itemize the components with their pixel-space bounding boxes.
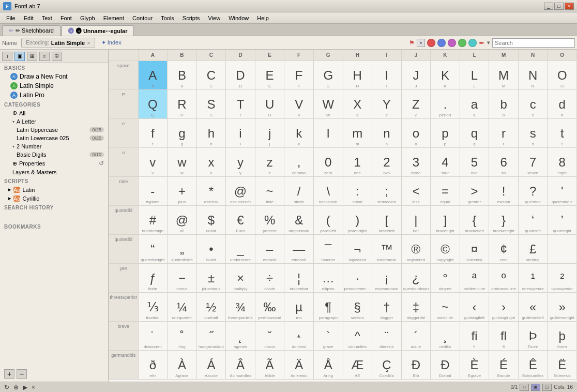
glyph-cell-l[interactable]: ll (314, 119, 343, 148)
glyph-cell-dotlessi[interactable]: ˔dotlessi (284, 322, 314, 351)
glyph-cell-hungarumlaut[interactable]: ˝hungarumlaut (197, 322, 226, 351)
glyph-cell-one[interactable]: 1one (343, 148, 373, 177)
glyph-cell-bullet[interactable]: •bullet (197, 235, 226, 264)
glyph-cell-macron[interactable]: ¯macron (314, 235, 343, 264)
glyph-cell-quotedblleft[interactable]: „quotedblleft (168, 235, 197, 264)
glyph-cell-braceleft[interactable]: [braceleft (372, 206, 402, 235)
info-button[interactable]: i (2, 52, 12, 61)
glyph-cell-divide[interactable]: ÷divide (255, 264, 285, 293)
glyph-cell-currency[interactable]: ¤currency (460, 235, 490, 264)
glyph-cell-grave[interactable]: `grave (314, 322, 343, 351)
glyph-cell-comma[interactable]: ,comma (284, 148, 314, 177)
glyph-cell-bar[interactable]: |bar (402, 206, 431, 235)
menu-item-font[interactable]: Font (56, 14, 76, 22)
glyph-cell-guilsinglright[interactable]: ›guilsinglright (489, 293, 519, 322)
glyph-cell-bracketright[interactable]: }bracketright (489, 206, 519, 235)
glyph-cell-sterling[interactable]: £sterling (519, 235, 548, 264)
glyph-cell-endash[interactable]: –endash (255, 235, 285, 264)
glyph-cell-Euro[interactable]: €Euro (226, 206, 255, 235)
glyph-cell-ogonek[interactable]: ˛ogonek (226, 322, 255, 351)
encoding-close-icon[interactable]: × (87, 40, 90, 46)
glyph-cell-M[interactable]: MM (489, 61, 519, 90)
glyph-cell-Q[interactable]: QQ (139, 90, 168, 119)
glyph-cell-plus[interactable]: +plus (168, 177, 197, 206)
glyph-cell-dieresis[interactable]: ¨dieresis (372, 322, 402, 351)
maximize-button[interactable]: □ (554, 3, 564, 10)
glyph-cell-j[interactable]: jj (255, 119, 285, 148)
glyph-cell-emdash[interactable]: —emdash (284, 235, 314, 264)
glyph-cell-underscore[interactable]: _underscore (226, 235, 255, 264)
glyph-cell-Edieresis[interactable]: ËEdieresis (548, 351, 577, 380)
flag-remove-button[interactable]: × (417, 39, 425, 47)
sidebar-item-latin-simple[interactable]: A Latin Simple (0, 81, 108, 91)
glyph-cell-Acircumflex[interactable]: ÂAcircumflex (226, 351, 255, 380)
glyph-cell-Aring[interactable]: ÅAring (314, 351, 343, 380)
menu-item-element[interactable]: Element (99, 14, 128, 22)
glyph-cell-eight[interactable]: 8eight (548, 148, 577, 177)
glyph-cell-Eacute[interactable]: ÉEacute (489, 351, 519, 380)
glyph-cell-D[interactable]: DD (226, 61, 255, 90)
glyph-cell-backslash[interactable]: \backslash (314, 177, 343, 206)
glyph-cell-Ccedilla[interactable]: ÇCcedilla (372, 351, 402, 380)
glyph-cell-asciicircum[interactable]: @asciicircum (226, 177, 255, 206)
glyph-cell-Y[interactable]: YY (372, 90, 402, 119)
glyph-cell-brokenbar[interactable]: ¦brokenbar (284, 264, 314, 293)
glyph-cell-parenleft[interactable]: (parenleft (314, 206, 343, 235)
sidebar-item-latin-lowercase[interactable]: Latin Lowercase 025 0/25 (0, 134, 108, 142)
glyph-cell-dollar[interactable]: $dollar (197, 206, 226, 235)
glyph-cell-m[interactable]: mm (343, 119, 373, 148)
color-orange[interactable] (437, 39, 446, 47)
index-tab[interactable]: ✦ Index (97, 39, 126, 46)
glyph-cell-O[interactable]: OO (548, 61, 577, 90)
glyph-cell-three[interactable]: 3three (402, 148, 431, 177)
sketchboard-tab[interactable]: ✏ ✏ Sketchboard (2, 25, 60, 36)
glyph-cell-Ecircumflex[interactable]: ÊEcircumflex (519, 351, 548, 380)
glyph-cell-circumflex[interactable]: ^circumflex (343, 322, 373, 351)
glyph-cell-quotedblright[interactable]: “quotedblright (139, 235, 168, 264)
glyph-cell-b[interactable]: bb (489, 90, 519, 119)
glyph-cell-percent[interactable]: %percent (255, 206, 285, 235)
glyph-cell-Agrave[interactable]: ÀAgrave (168, 351, 197, 380)
glyph-cell-r[interactable]: rr (489, 119, 519, 148)
glyph-cell-R[interactable]: RR (168, 90, 197, 119)
glyph-cell-L[interactable]: LL (460, 61, 490, 90)
glyph-cell-logicalnot[interactable]: ¬logicalnot (343, 235, 373, 264)
glyph-cell-v[interactable]: vv (139, 148, 168, 177)
sidebar-script-latin[interactable]: ▸ Aa Latin (0, 185, 108, 194)
glyph-cell-Thorn[interactable]: ÞThorn (519, 322, 548, 351)
glyph-cell-Aacute[interactable]: ÁAacute (197, 351, 226, 380)
sidebar-category-properties[interactable]: ⊕ Properties ↺ (0, 159, 108, 168)
glyph-cell-tilde[interactable]: ~tilde (255, 177, 285, 206)
glyph-cell-period[interactable]: .period (431, 90, 460, 119)
close-button[interactable]: × (565, 3, 574, 10)
glyph-cell-equal[interactable]: =equal (431, 177, 460, 206)
glyph-cell-numbersign[interactable]: #numbersign (139, 206, 168, 235)
glyph-cell-periodcentered[interactable]: ·periodcentered (343, 264, 373, 293)
encoding-tab[interactable]: Encoding: Latin Simple × (21, 38, 95, 48)
glyph-cell-i[interactable]: ii (226, 119, 255, 148)
glyph-cell-slash[interactable]: /slash (284, 177, 314, 206)
glyph-cell-thorn[interactable]: þthorn (548, 322, 577, 351)
glyph-cell-onesuperior[interactable]: ¹onesuperior (519, 264, 548, 293)
glyph-cell-quoteleft[interactable]: ‘quoteleft (519, 206, 548, 235)
glyph-cell-z[interactable]: zz (255, 148, 285, 177)
glyph-cell-two[interactable]: 2two (372, 148, 402, 177)
glyph-cell-five[interactable]: 5five (460, 148, 490, 177)
menu-item-edit[interactable]: Edit (20, 14, 38, 22)
menu-item-window[interactable]: Window (224, 14, 253, 22)
minimize-button[interactable]: _ (544, 3, 553, 10)
glyph-cell-asterisk[interactable]: *asterisk (197, 177, 226, 206)
color-green[interactable] (458, 39, 466, 47)
glyph-cell-f[interactable]: ff (139, 119, 168, 148)
view-btn-1[interactable]: □ (520, 384, 529, 391)
glyph-cell-c[interactable]: cc (519, 90, 548, 119)
glyph-cell-bracketleft[interactable]: {bracketleft (460, 206, 490, 235)
glyph-cell-semicolon[interactable]: ;semicolon (372, 177, 402, 206)
menu-item-text[interactable]: Text (38, 14, 56, 22)
glyph-cell-dagger[interactable]: †dagger (372, 293, 402, 322)
sidebar-category-all[interactable]: ⊕ All (0, 109, 108, 117)
glyph-cell-seven[interactable]: 7seven (519, 148, 548, 177)
glyph-cell-eth[interactable]: ðeth (139, 351, 168, 380)
glyph-cell-F[interactable]: FF (284, 61, 314, 90)
glyph-cell-ampersand[interactable]: &ampersand (284, 206, 314, 235)
